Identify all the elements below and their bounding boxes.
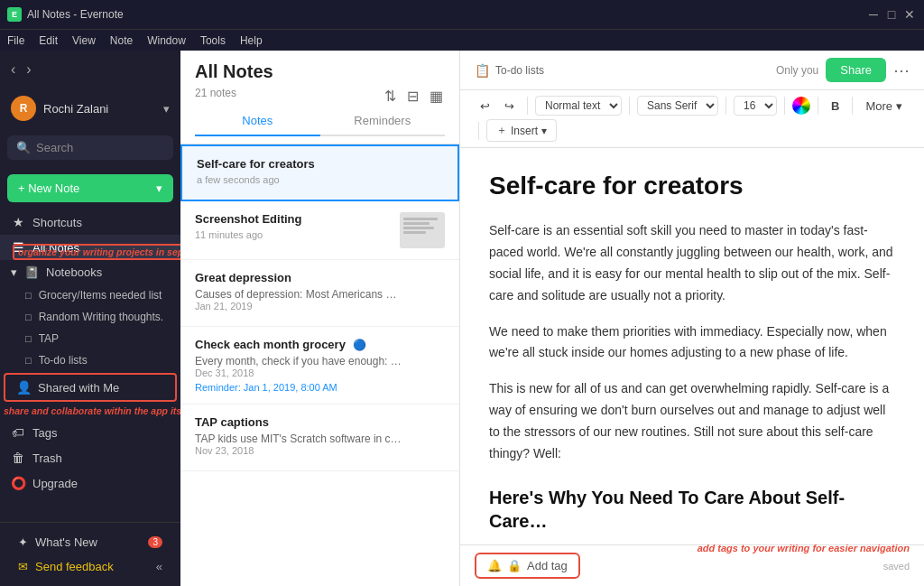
sidebar-item-label: Upgrade [32,477,78,490]
plus-icon: ＋ [496,123,507,138]
shared-icon: 👤 [16,380,31,395]
feedback-item[interactable]: ✉ Send feedback « [7,554,173,579]
sidebar-item-tags[interactable]: 🏷 Tags [0,420,180,445]
share-button[interactable]: Share [826,58,886,82]
bold-button[interactable]: B [826,97,845,116]
new-note-label: + New Note [18,181,79,195]
user-section[interactable]: R Rochi Zalani ▾ [0,88,180,128]
sidebar-item-all-notes[interactable]: ☰ All Notes [0,235,180,260]
tab-reminders[interactable]: Reminders [320,107,446,136]
separator [478,122,479,140]
color-picker-button[interactable] [792,97,810,115]
note-item[interactable]: TAP captions TAP kids use MIT's Scratch … [180,405,459,471]
whats-new-label: What's New [35,535,97,549]
editor-body[interactable]: Self-care is an essential soft skill you… [489,220,895,544]
separator [818,97,818,115]
note-content: Screenshot Editing 11 minutes ago [195,212,445,248]
more-options-button[interactable]: ⋯ [893,60,910,80]
notebook-grocery[interactable]: □ Grocery/Items needed list [0,284,180,306]
menubar: File Edit View Note Window Tools Help [0,29,924,51]
sidebar-item-trash[interactable]: 🗑 Trash [0,445,180,470]
redo-button[interactable]: ↪ [499,97,520,116]
sidebar-item-label: Trash [32,451,62,465]
menu-note[interactable]: Note [110,34,133,47]
window-controls[interactable]: ─ □ ✕ [866,7,917,22]
tab-notes[interactable]: Notes [195,107,320,136]
whats-new-item[interactable]: ✦ What's New 3 [7,530,173,554]
chevron-down-icon: ▾ [11,265,17,279]
star-icon: ★ [11,215,25,229]
note-item[interactable]: Check each month grocery 🔵 Every month, … [180,327,459,405]
font-size-select[interactable]: 16 [734,96,777,116]
note-meta: Nov 23, 2018 [195,445,445,456]
note-item[interactable]: Self-care for creators a few seconds ago [180,144,459,201]
notebook-label: Random Writing thoughts. [39,311,164,323]
menu-tools[interactable]: Tools [200,34,226,47]
minimize-button[interactable]: ─ [866,7,881,22]
add-tag-button[interactable]: 🔔 🔒 Add tag [475,553,580,579]
note-title: Great depression [195,271,445,284]
avatar: R [11,96,36,121]
menu-view[interactable]: View [72,34,96,47]
sidebar-item-upgrade[interactable]: ⭕ Upgrade [0,470,180,496]
nav-forward-button[interactable]: › [23,58,34,81]
note-item[interactable]: Great depression Causes of depression: M… [180,260,459,327]
note-item[interactable]: Screenshot Editing 11 minutes ago [180,201,459,260]
notebook-icon: 📓 [24,265,39,279]
menu-edit[interactable]: Edit [39,34,58,47]
search-box[interactable]: 🔍 Search [7,135,173,160]
star-icon: ✦ [18,535,28,549]
sidebar-item-label: Tags [32,426,57,440]
editor-content[interactable]: Self-care for creators Self-care is an e… [460,148,924,544]
nav-back-button[interactable]: ‹ [7,58,19,81]
insert-button[interactable]: ＋ Insert ▾ [486,119,557,142]
breadcrumb: 📋 To-do lists [475,63,544,78]
lock-icon: 🔒 [507,559,522,572]
filter-button[interactable]: ⊟ [405,86,420,107]
chevron-down-icon: ▾ [156,181,162,195]
sidebar-item-label: All Notes [32,241,79,255]
search-placeholder: Search [36,141,73,154]
maximize-button[interactable]: □ [884,7,899,22]
notebooks-header[interactable]: ▾ 📓 Notebooks [0,260,180,284]
notes-list: Self-care for creators a few seconds ago… [180,144,459,586]
titlebar-left: E All Notes - Evernote [7,7,124,22]
collapse-icon[interactable]: « [156,560,162,573]
separator [725,97,726,115]
notebook-random-writing[interactable]: □ Random Writing thoughts. [0,306,180,328]
new-note-button[interactable]: + New Note ▾ [7,174,173,202]
menu-file[interactable]: File [7,34,24,47]
notes-panel-title: All Notes [195,61,445,82]
menu-help[interactable]: Help [240,34,263,47]
note-reminder: Reminder: Jan 1, 2019, 8:00 AM [195,382,445,393]
menu-window[interactable]: Window [147,34,186,47]
titlebar: E All Notes - Evernote ─ □ ✕ [0,0,924,29]
undo-button[interactable]: ↩ [475,97,495,116]
sidebar-nav-top: ‹ › [0,51,180,88]
editor-top-right: Only you Share ⋯ [776,58,910,82]
pin-icon: 🔵 [353,339,366,351]
sort-button[interactable]: ⇅ [383,86,398,107]
username: Rochi Zalani [43,102,108,116]
text-style-select[interactable]: Normal text [535,96,622,116]
notes-tabs: Notes Reminders [195,107,445,136]
feedback-label: Send feedback [35,560,114,573]
separator [629,97,630,115]
sidebar-item-shortcuts[interactable]: ★ Shortcuts [0,209,180,235]
note-meta: a few seconds ago [197,174,443,185]
editor-note-title[interactable]: Self-care for creators [489,170,895,202]
add-tag-label: Add tag [527,559,568,572]
notebooks-label: Notebooks [46,265,102,279]
notebook-tap[interactable]: □ TAP [0,328,180,349]
close-button[interactable]: ✕ [902,7,917,22]
notebook-todo[interactable]: □ To-do lists [0,349,180,371]
note-title: Check each month grocery 🔵 [195,338,445,351]
view-toggle-button[interactable]: ▦ [428,86,445,107]
note-meta: Dec 31, 2018 [195,367,445,378]
sidebar-item-shared-with-me[interactable]: 👤 Shared with Me [4,373,177,402]
chevron-down-icon: ▾ [163,102,170,116]
separator [852,97,853,115]
more-format-button[interactable]: More ▾ [860,97,907,116]
font-select[interactable]: Sans Serif [637,96,718,116]
notebook-label: Grocery/Items needed list [39,289,162,302]
